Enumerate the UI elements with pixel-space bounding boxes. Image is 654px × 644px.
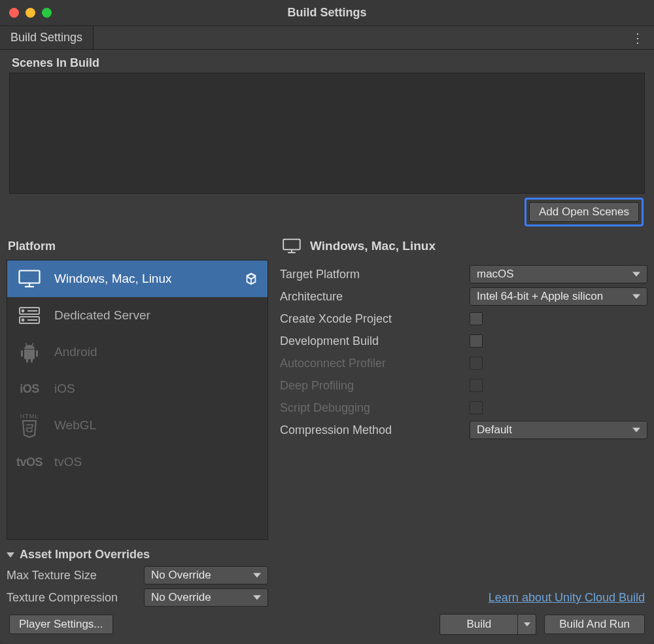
autoconnect-checkbox <box>470 357 483 370</box>
create-xcode-checkbox[interactable] <box>470 312 483 325</box>
tvos-icon: tvOS <box>16 456 43 469</box>
deep-profiling-label: Deep Profiling <box>280 379 463 393</box>
svg-line-14 <box>32 343 33 346</box>
script-debug-label: Script Debugging <box>280 401 463 415</box>
compression-label: Compression Method <box>280 423 463 437</box>
cloud-build-link[interactable]: Learn about Unity Cloud Build <box>489 591 645 604</box>
svg-point-5 <box>22 310 24 312</box>
dev-build-label: Development Build <box>280 334 463 348</box>
asset-overrides-label: Asset Import Overrides <box>20 548 150 562</box>
platform-item-ios[interactable]: iOS iOS <box>7 370 267 407</box>
svg-rect-10 <box>36 350 38 357</box>
platform-item-tvos[interactable]: tvOS tvOS <box>7 444 267 480</box>
ios-icon: iOS <box>16 382 43 396</box>
svg-rect-15 <box>283 240 300 250</box>
platform-item-android[interactable]: Android <box>7 334 267 370</box>
details-header: Windows, Mac, Linux <box>310 239 436 253</box>
platform-label: iOS <box>54 382 75 396</box>
player-settings-button[interactable]: Player Settings... <box>9 615 113 634</box>
monitor-icon <box>16 270 43 288</box>
svg-point-6 <box>22 319 24 321</box>
script-debug-checkbox <box>470 401 483 414</box>
platform-item-webgl[interactable]: HTML WebGL <box>7 407 267 444</box>
tab-more-icon[interactable]: ⋮ <box>622 30 654 46</box>
target-platform-select[interactable]: macOS <box>470 265 647 283</box>
architecture-label: Architecture <box>280 290 463 304</box>
monitor-icon <box>283 238 301 254</box>
tex-compression-label: Texture Compression <box>7 591 137 605</box>
svg-rect-11 <box>26 359 28 363</box>
platform-label: Windows, Mac, Linux <box>54 272 172 286</box>
compression-select[interactable]: Default <box>470 421 647 439</box>
platform-label: Dedicated Server <box>54 308 150 323</box>
add-open-scenes-button[interactable]: Add Open Scenes <box>529 202 639 222</box>
create-xcode-label: Create Xcode Project <box>280 312 463 326</box>
caret-down-icon <box>7 552 14 558</box>
scenes-list[interactable] <box>9 73 645 194</box>
titlebar: Build Settings <box>0 0 654 26</box>
server-icon <box>16 306 43 325</box>
build-button[interactable]: Build <box>439 614 518 635</box>
architecture-select[interactable]: Intel 64-bit + Apple silicon <box>470 287 647 306</box>
max-texture-label: Max Texture Size <box>7 569 137 582</box>
tab-build-settings[interactable]: Build Settings <box>0 26 94 49</box>
svg-rect-0 <box>20 271 40 283</box>
scenes-header: Scenes In Build <box>12 56 647 70</box>
deep-profiling-checkbox <box>470 379 483 392</box>
svg-line-13 <box>26 343 27 346</box>
platform-header: Platform <box>8 240 268 253</box>
platform-list: Windows, Mac, Linux Dedicated Server <box>7 260 268 540</box>
html5-icon: HTML <box>16 414 43 438</box>
svg-rect-9 <box>21 350 23 357</box>
android-icon <box>16 342 43 363</box>
platform-label: WebGL <box>54 418 96 433</box>
build-dropdown-button[interactable] <box>518 614 536 635</box>
platform-label: tvOS <box>54 455 82 469</box>
asset-overrides-header[interactable]: Asset Import Overrides <box>7 548 268 562</box>
autoconnect-label: Autoconnect Profiler <box>280 357 463 370</box>
add-open-scenes-highlight: Add Open Scenes <box>525 198 644 226</box>
max-texture-select[interactable]: No Override <box>144 566 268 584</box>
tabbar: Build Settings ⋮ <box>0 26 654 50</box>
build-and-run-button[interactable]: Build And Run <box>544 615 645 634</box>
platform-label: Android <box>54 345 97 359</box>
window-title: Build Settings <box>0 6 654 20</box>
target-platform-label: Target Platform <box>280 268 463 281</box>
tex-compression-select[interactable]: No Override <box>144 588 268 607</box>
platform-item-standalone[interactable]: Windows, Mac, Linux <box>7 260 267 297</box>
dev-build-checkbox[interactable] <box>470 334 483 348</box>
svg-rect-12 <box>31 359 33 363</box>
unity-icon <box>244 272 258 286</box>
platform-item-dedicated-server[interactable]: Dedicated Server <box>7 297 267 334</box>
